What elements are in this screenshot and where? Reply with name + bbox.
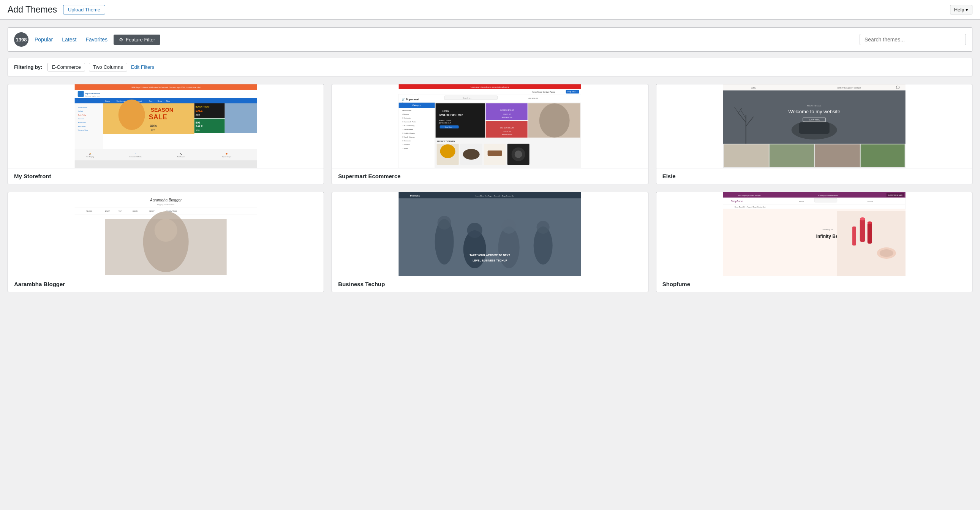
tab-feature-filter[interactable]: ⚙ Feature Filter: [114, 35, 160, 45]
filter-tag-ecommerce: E-Commerce: [48, 63, 85, 72]
theme-thumbnail-my-storefront: 1474 Days 13 Hours 58 Minutes 50 Seconds…: [8, 84, 324, 168]
header-left: Add Themes Upload Theme: [8, 5, 105, 15]
svg-text:SIT AMET CONSE: SIT AMET CONSE: [439, 120, 452, 121]
svg-text:Search in...: Search in...: [463, 97, 472, 99]
svg-text:Accessories: Accessories: [78, 122, 86, 124]
svg-rect-170: [859, 219, 865, 242]
svg-text:☐ Sports: ☐ Sports: [402, 147, 408, 149]
svg-text:SALE: SALE: [196, 110, 203, 112]
svg-text:New Products: New Products: [78, 107, 88, 108]
gear-icon: ⚙: [119, 37, 123, 43]
theme-thumbnail-aarambha: Aarambha Blogger Blogging from Press lik…: [8, 192, 324, 276]
svg-text:HOME   TRAVEL   ABOUT   CONTAC: HOME TRAVEL ABOUT CONTACT: [837, 87, 861, 89]
svg-rect-122: [724, 144, 768, 167]
svg-text:☐ Toys & Babycare: ☐ Toys & Babycare: [402, 136, 415, 138]
svg-text:Welcome to my website: Welcome to my website: [788, 109, 840, 115]
svg-text:FOOD: FOOD: [105, 210, 111, 212]
search-input[interactable]: [859, 34, 966, 45]
svg-text:ELSIE: ELSIE: [751, 87, 756, 89]
svg-text:On Sale: On Sale: [78, 110, 84, 112]
theme-name-business: Business Techup: [332, 276, 648, 292]
svg-text:☐ Air Conditioning: ☐ Air Conditioning: [402, 125, 414, 127]
svg-text:Home  About  Contact  Pages: Home About Contact Pages: [532, 91, 555, 93]
svg-text:HEALTH: HEALTH: [132, 210, 138, 212]
svg-text:LOREM IPSUM: LOREM IPSUM: [500, 109, 514, 112]
svg-rect-45: [75, 160, 257, 168]
svg-text:BIG: BIG: [196, 121, 200, 124]
svg-text:LEARN MORE: LEARN MORE: [808, 119, 820, 121]
help-button[interactable]: Help ▾: [950, 5, 972, 14]
svg-text:1474 Days 13 Hours 58 Minutes : 1474 Days 13 Hours 58 Minutes 50 Seconds…: [130, 86, 201, 89]
svg-text:Free shipping on orders over $: Free shipping on orders over $80: [738, 194, 761, 196]
theme-name-shopfume: Shopfume: [656, 276, 972, 292]
svg-text:OFF: OFF: [151, 129, 155, 131]
svg-text:LOREM IPSUM: LOREM IPSUM: [500, 127, 514, 129]
filter-tag-two-columns: Two Columns: [89, 63, 127, 72]
theme-card-my-storefront[interactable]: 1474 Days 13 Hours 58 Minutes 50 Seconds…: [8, 84, 324, 184]
svg-text:HELLO, I'M ELSIE: HELLO, I'M ELSIE: [807, 105, 821, 107]
svg-text:☐ Cameras & Photos: ☐ Cameras & Photos: [402, 121, 417, 123]
svg-text:SALE: SALE: [196, 125, 203, 128]
svg-text:Home ▾   About Us ▾   Pages ▾ : Home ▾ About Us ▾ Pages ▾ Schedule ▾ Blo…: [475, 195, 514, 197]
main-content: 1398 Popular Latest Favorites ⚙ Feature …: [0, 20, 980, 300]
svg-text:Add your tagline here: Add your tagline here: [86, 95, 100, 97]
upload-theme-button[interactable]: Upload Theme: [63, 5, 105, 14]
svg-text:📞: 📞: [180, 153, 182, 155]
svg-text:Blog: Blog: [166, 100, 170, 102]
svg-text:✓ Vaccum: ✓ Vaccum: [402, 113, 409, 115]
svg-point-22: [119, 100, 145, 130]
theme-name-elsie: Elsie: [656, 168, 972, 184]
svg-text:Free Shipping: Free Shipping: [86, 156, 94, 158]
svg-point-94: [463, 149, 480, 159]
svg-text:TAKE YOUR WEBSITE TO NEXT: TAKE YOUR WEBSITE TO NEXT: [470, 254, 511, 257]
svg-text:Get ready for: Get ready for: [822, 228, 833, 231]
svg-text:✉ sales@yourstorename.com: ✉ sales@yourstorename.com: [818, 194, 838, 196]
svg-text:30%: 30%: [196, 114, 200, 116]
svg-text:LOREM: LOREM: [442, 110, 449, 112]
svg-text:Discount: Discount: [78, 118, 84, 120]
svg-text:ADIPISCING ELIT: ADIPISCING ELIT: [439, 122, 451, 124]
svg-text:Aarambha Blogger: Aarambha Blogger: [150, 198, 182, 202]
svg-text:My Storefront: My Storefront: [86, 92, 100, 95]
theme-card-elsie[interactable]: ELSIE HOME TRAVEL ABOUT CONTACT: [656, 84, 972, 184]
theme-card-shopfume[interactable]: Free shipping on orders over $80 ✉ sales…: [656, 192, 972, 292]
svg-text:Shop Now →: Shop Now →: [567, 91, 578, 93]
svg-text:☐ Health & Beauty: ☐ Health & Beauty: [402, 132, 415, 134]
svg-rect-100: [723, 84, 905, 91]
svg-text:Shop: Shop: [158, 100, 162, 102]
theme-card-supermart[interactable]: Lorem ipsum dolor sit amet, consectetur …: [332, 84, 648, 184]
svg-point-174: [867, 222, 872, 224]
svg-text:30%: 30%: [196, 129, 200, 131]
edit-filters-link[interactable]: Edit Filters: [131, 64, 154, 70]
svg-point-173: [859, 217, 865, 220]
svg-text:Search: Search: [799, 201, 804, 202]
svg-text:Women's Wear: Women's Wear: [78, 129, 89, 131]
tab-favorites[interactable]: Favorites: [83, 35, 111, 44]
svg-text:BLACK FRIDAY: BLACK FRIDAY: [196, 106, 210, 108]
svg-text:DOLOR SIT: DOLOR SIT: [503, 113, 511, 115]
svg-text:30%: 30%: [150, 124, 157, 128]
theme-card-aarambha[interactable]: Aarambha Blogger Blogging from Press lik…: [8, 192, 324, 292]
svg-text:DOLOR SIT: DOLOR SIT: [503, 131, 511, 132]
svg-point-137: [154, 219, 177, 242]
svg-text:Black Friday: Black Friday: [78, 114, 86, 116]
svg-point-144: [438, 216, 451, 230]
svg-text:AMET ADIPISC: AMET ADIPISC: [502, 116, 512, 118]
filter-label: Filtering by:: [14, 64, 42, 70]
svg-text:TRAVEL: TRAVEL: [86, 210, 93, 212]
svg-rect-112: [799, 123, 829, 134]
svg-rect-3: [78, 91, 84, 97]
theme-card-business[interactable]: BUSINESS Home ▾ About Us ▾ Pages ▾ Sched…: [332, 192, 648, 292]
svg-point-150: [537, 221, 550, 234]
svg-text:☐ Electronics: ☐ Electronics: [402, 140, 411, 142]
svg-text:🚚: 🚚: [89, 153, 91, 155]
tab-popular[interactable]: Popular: [32, 35, 56, 44]
svg-text:SALE: SALE: [149, 113, 167, 121]
svg-rect-119: [769, 144, 814, 167]
svg-text:RECENTLY VIEWED: RECENTLY VIEWED: [437, 140, 455, 142]
svg-text:IPSUM DOLOR: IPSUM DOLOR: [439, 113, 463, 117]
svg-text:Mens Wear: Mens Wear: [78, 126, 86, 128]
svg-point-146: [467, 223, 482, 238]
filter-bar: Filtering by: E-Commerce Two Columns Edi…: [8, 58, 972, 76]
tab-latest[interactable]: Latest: [59, 35, 80, 44]
